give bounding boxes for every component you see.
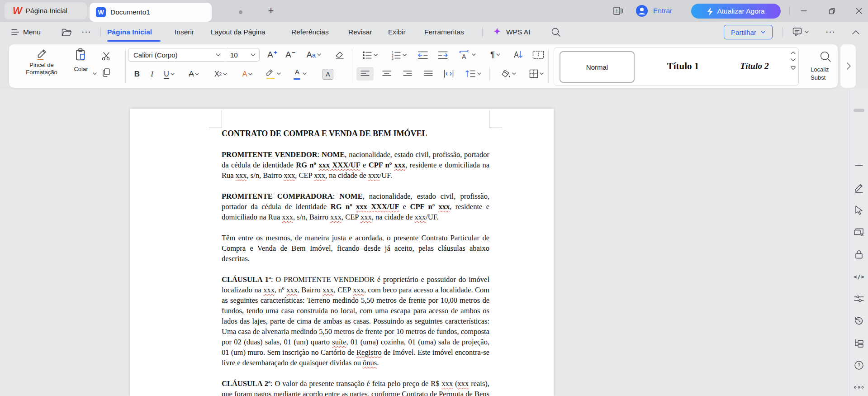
doc-paragraph[interactable]: CLÁUSULA 1ª: O PROMITENTE VENDEDOR é pro…: [222, 274, 489, 368]
format-painter-button[interactable]: Pincel de Formatação: [27, 48, 56, 82]
find-replace-group[interactable]: Localiz Subst: [808, 47, 838, 86]
sidebar-outline-button[interactable]: [854, 339, 864, 348]
home-tab[interactable]: W Página Inicial: [5, 2, 87, 19]
restore-button[interactable]: [825, 4, 839, 18]
collapse-ribbon-button[interactable]: [852, 22, 859, 43]
numbered-list-button[interactable]: 1 2 3: [387, 49, 411, 62]
style-normal[interactable]: Normal: [560, 51, 635, 83]
show-marks-button[interactable]: ¶: [485, 48, 506, 62]
doc-paragraph[interactable]: CLÁUSULA 2ª: O valor da presente transaç…: [222, 378, 489, 396]
sidebar-history-button[interactable]: [854, 316, 864, 326]
sidebar-close-windows-button[interactable]: [854, 228, 864, 237]
clear-formatting-button[interactable]: [332, 48, 347, 62]
font-color-button[interactable]: A: [290, 67, 309, 81]
borders-icon: [529, 69, 538, 78]
increase-font-button[interactable]: A +: [265, 48, 280, 62]
minus-icon: [854, 164, 863, 167]
gallery-up-button[interactable]: [791, 51, 796, 54]
avatar[interactable]: [636, 5, 648, 17]
doc-paragraph[interactable]: PROMITENTE COMPRADORA: NOME, nacionalida…: [222, 191, 489, 222]
doc-paragraph[interactable]: PROMITENTE VENDEDOR: NOME, nacionalidade…: [222, 149, 489, 181]
window-list-badge[interactable]: 1: [612, 5, 624, 16]
shading-button[interactable]: [497, 67, 520, 81]
close-button[interactable]: [852, 4, 866, 18]
tab-revisar[interactable]: Revisar: [348, 22, 372, 43]
sidebar-select-button[interactable]: [854, 205, 863, 215]
doc-paragraph[interactable]: Têm entre os mesmos, de maneira justa e …: [222, 233, 489, 264]
gallery-more-button[interactable]: [791, 66, 796, 70]
align-center-button[interactable]: [378, 67, 395, 81]
sidebar-code-button[interactable]: </>: [854, 273, 864, 280]
more-file-actions-button[interactable]: ···: [82, 22, 92, 43]
gallery-down-button[interactable]: [791, 58, 796, 62]
decrease-font-button[interactable]: A −: [283, 48, 298, 62]
minimize-button[interactable]: [797, 4, 811, 18]
wps-ai-button[interactable]: WPS AI: [492, 22, 530, 43]
character-shading-button[interactable]: A: [322, 68, 334, 80]
tab-pagina-inicial[interactable]: Página Inicial: [107, 22, 152, 43]
document-title[interactable]: CONTRATO DE COMPRA E VENDA DE BEM IMÓVEL: [222, 129, 489, 139]
open-file-button[interactable]: [62, 22, 72, 43]
ribbon-expand-strip[interactable]: [840, 44, 856, 88]
document-page[interactable]: CONTRATO DE COMPRA E VENDA DE BEM IMÓVEL…: [130, 109, 554, 396]
sort-button[interactable]: [510, 48, 526, 62]
tab-referencias[interactable]: Referências: [291, 22, 329, 43]
share-button[interactable]: Partilhar: [724, 25, 773, 39]
text-direction-button[interactable]: A: [455, 48, 479, 62]
change-case-button[interactable]: A a: [302, 48, 326, 62]
sidebar-annotate-button[interactable]: [854, 183, 864, 193]
cut-button[interactable]: [100, 51, 112, 62]
folder-open-icon: [62, 28, 72, 37]
tab-inserir[interactable]: Inserir: [175, 22, 194, 43]
document-body[interactable]: PROMITENTE VENDEDOR: NOME, nacionalidade…: [222, 149, 489, 396]
style-titulo-1[interactable]: Título 1: [649, 51, 717, 81]
menu-button[interactable]: Menu: [11, 22, 41, 43]
distribute-button[interactable]: [440, 67, 458, 81]
paste-chevron-icon[interactable]: [93, 72, 97, 75]
sidebar-handle[interactable]: [854, 109, 864, 112]
align-right-button[interactable]: [399, 67, 416, 81]
highlight-color-button[interactable]: [263, 67, 283, 81]
decrease-indent-button[interactable]: [415, 49, 431, 62]
sidebar-lock-button[interactable]: [854, 249, 863, 259]
case-glyph-b: a: [312, 51, 316, 59]
superscript-button[interactable]: X 2: [210, 68, 232, 81]
more-ribbon-options-button[interactable]: ···: [826, 22, 836, 43]
update-now-button[interactable]: Atualizar Agora: [691, 4, 781, 19]
italic-button[interactable]: I: [147, 68, 157, 81]
tab-ferramentas[interactable]: Ferramentas: [424, 22, 464, 43]
search-button[interactable]: [551, 22, 561, 43]
sidebar-help-button[interactable]: ?: [854, 360, 864, 370]
document-tab[interactable]: W Documento1: [90, 3, 212, 22]
sign-in-link[interactable]: Entrar: [653, 7, 672, 15]
underline-button[interactable]: U: [160, 68, 178, 81]
ribbon: Pincel de Formatação Colar Calibri (Cor: [0, 43, 868, 90]
comments-button[interactable]: [792, 22, 809, 43]
copy-button[interactable]: [100, 67, 112, 78]
align-left-icon: [360, 70, 370, 77]
bold-button[interactable]: B: [131, 68, 143, 81]
increase-indent-button[interactable]: [435, 49, 451, 62]
document-text[interactable]: CONTRATO DE COMPRA E VENDA DE BEM IMÓVEL…: [222, 129, 489, 396]
paste-button[interactable]: Colar: [67, 48, 95, 82]
sidebar-more-button[interactable]: [854, 386, 864, 389]
line-spacing-button[interactable]: [461, 67, 485, 81]
strikethrough-button[interactable]: A: [185, 68, 204, 81]
align-left-button[interactable]: [356, 67, 374, 81]
replace-label: Subst: [811, 74, 825, 81]
font-size-select[interactable]: 10: [225, 48, 260, 62]
new-tab-button[interactable]: +: [265, 5, 277, 17]
cell-merge-button[interactable]: [530, 48, 546, 62]
tab-exibir[interactable]: Exibir: [388, 22, 406, 43]
tab-layout-da-pagina[interactable]: Layout da Página: [211, 22, 266, 43]
style-titulo-2[interactable]: Título 2: [721, 51, 788, 81]
document-canvas[interactable]: CONTRATO DE COMPRA E VENDA DE BEM IMÓVEL…: [0, 90, 849, 396]
borders-button[interactable]: [525, 67, 548, 81]
bullet-list-button[interactable]: [358, 49, 382, 62]
sidebar-collapse-button[interactable]: [854, 164, 863, 167]
text-effects-button[interactable]: A: [238, 68, 257, 81]
justify-button[interactable]: [420, 67, 437, 81]
sidebar-settings-button[interactable]: [854, 295, 864, 303]
font-name-select[interactable]: Calibri (Corpo): [128, 48, 225, 62]
align-center-icon: [382, 70, 391, 77]
